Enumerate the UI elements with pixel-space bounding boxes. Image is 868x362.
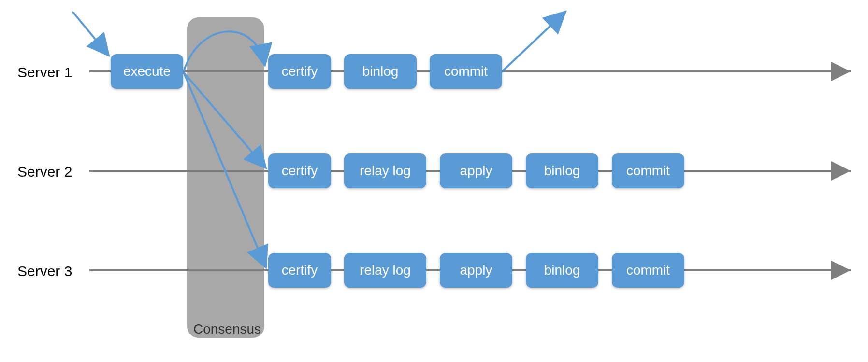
certify-box-row1: certify	[268, 54, 331, 89]
relay-log-box-row2: relay log	[344, 153, 426, 188]
apply-box-row3: apply	[440, 253, 512, 288]
binlog-box-row1: binlog	[344, 54, 417, 89]
certify-box-row3: certify	[268, 253, 331, 288]
commit-box-row2: commit	[612, 153, 684, 188]
binlog-box-row2: binlog	[526, 153, 598, 188]
svg-line-3	[72, 12, 109, 56]
commit-box-row1: commit	[430, 54, 502, 89]
apply-box-row2: apply	[440, 153, 512, 188]
execute-box: execute	[111, 54, 183, 89]
relay-log-box-row3: relay log	[344, 253, 426, 288]
server-3-label: Server 3	[17, 263, 72, 279]
binlog-box-row3: binlog	[526, 253, 598, 288]
consensus-label: Consensus	[193, 321, 261, 337]
server-1-label: Server 1	[17, 64, 72, 81]
svg-line-6	[502, 12, 565, 71]
consensus-panel	[187, 17, 264, 338]
certify-box-row2: certify	[268, 153, 331, 188]
commit-box-row3: commit	[612, 253, 684, 288]
server-2-label: Server 2	[17, 164, 72, 180]
